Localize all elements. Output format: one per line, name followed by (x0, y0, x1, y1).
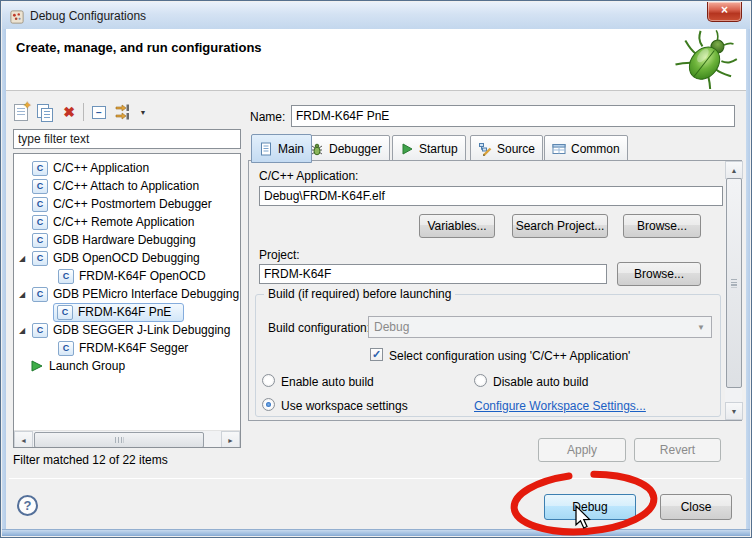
dialog-header-title: Create, manage, and run configurations (16, 40, 262, 55)
use-workspace-settings-label: Use workspace settings (281, 399, 408, 413)
window-frame-right (746, 29, 750, 529)
startup-tab-icon (400, 142, 414, 156)
filter-configurations-button[interactable] (113, 103, 133, 121)
title-bar[interactable]: Debug Configurations (2, 2, 750, 30)
application-label: C/C++ Application: (259, 169, 358, 183)
launch-group-icon (30, 359, 44, 373)
tree-item-selected[interactable]: C FRDM-K64F PnE (14, 303, 240, 321)
scroll-left-button[interactable]: ◄ (14, 431, 33, 448)
main-tab-icon (259, 142, 273, 156)
delete-icon: ✖ (63, 105, 75, 119)
name-label: Name: (250, 110, 285, 124)
expanded-twistie-icon[interactable]: ◢ (17, 326, 32, 335)
tab-source[interactable]: Source (470, 135, 543, 163)
enable-auto-build-radio[interactable] (262, 374, 275, 387)
scrollbar-thumb[interactable] (726, 178, 742, 388)
c-config-icon: C (32, 215, 48, 230)
tree-filter-input[interactable] (13, 129, 241, 149)
build-group-title: Build (if required) before launching (264, 287, 455, 301)
browse-project-button[interactable]: Browse... (617, 262, 701, 286)
tree-item[interactable]: C C/C++ Application (14, 159, 240, 177)
tree-item[interactable]: C GDB Hardware Debugging (14, 231, 240, 249)
filter-icon (114, 103, 132, 121)
configure-workspace-settings-link[interactable]: Configure Workspace Settings... (474, 399, 646, 413)
search-project-button[interactable]: Search Project... (512, 214, 608, 238)
variables-button[interactable]: Variables... (419, 214, 495, 238)
tab-debugger[interactable]: Debugger (302, 135, 390, 163)
filter-status-text: Filter matched 12 of 22 items (13, 453, 168, 467)
tab-common[interactable]: Common (544, 135, 628, 163)
name-input[interactable] (291, 105, 735, 127)
collapse-all-button[interactable]: − (89, 103, 109, 121)
window-frame-bottom (2, 529, 750, 536)
debug-button[interactable]: Debug (544, 494, 636, 520)
selection-highlight: C FRDM-K64F PnE (53, 303, 184, 322)
toolbar-menu-dropdown[interactable]: ▼ (136, 103, 150, 121)
configurations-tree[interactable]: C C/C++ Application C C/C++ Attach to Ap… (13, 153, 241, 448)
tree-item[interactable]: C FRDM-K64F OpenOCD (14, 267, 240, 285)
source-tab-icon (478, 142, 492, 156)
tree-item[interactable]: C FRDM-K64F Segger (14, 339, 240, 357)
enable-auto-build-label: Enable auto build (281, 375, 374, 389)
apply-button[interactable]: Apply (538, 438, 626, 462)
tree-item[interactable]: C C/C++ Attach to Application (14, 177, 240, 195)
tree-item[interactable]: ◢ C GDB OpenOCD Debugging (14, 249, 240, 267)
disable-auto-build-radio[interactable] (474, 374, 487, 387)
scrollbar-thumb[interactable] (34, 432, 204, 448)
common-tab-icon (552, 142, 566, 156)
project-input[interactable] (259, 264, 607, 284)
close-window-button[interactable]: × (707, 2, 742, 22)
tree-item[interactable]: Launch Group (14, 357, 240, 375)
c-config-icon: C (58, 341, 74, 356)
scroll-right-button[interactable]: ► (221, 431, 240, 448)
window-frame-left (2, 29, 6, 529)
tree-item[interactable]: C C/C++ Remote Application (14, 213, 240, 231)
button-bar-separator (9, 478, 743, 479)
c-config-icon: C (58, 269, 74, 284)
c-config-icon: C (32, 287, 48, 302)
tab-main[interactable]: Main (251, 134, 312, 163)
chevron-down-icon: ▼ (140, 109, 147, 116)
scroll-down-button[interactable]: ▼ (725, 402, 743, 420)
c-config-icon: C (32, 323, 48, 338)
dialog-header: Create, manage, and run configurations (6, 29, 746, 91)
revert-button[interactable]: Revert (634, 438, 721, 462)
window-title: Debug Configurations (30, 9, 146, 23)
content-vertical-scrollbar[interactable]: ▲ ▼ (725, 161, 742, 420)
select-configuration-checkbox[interactable]: ✓ (370, 348, 383, 361)
build-group: Build (if required) before launching Bui… (255, 294, 721, 417)
c-config-icon: C (32, 251, 48, 266)
c-config-icon: C (57, 305, 73, 320)
expanded-twistie-icon[interactable]: ◢ (17, 254, 32, 263)
disable-auto-build-label: Disable auto build (493, 375, 588, 389)
use-workspace-settings-radio[interactable] (262, 398, 275, 411)
beetle-icon (674, 30, 740, 89)
duplicate-icon (35, 103, 53, 121)
tree-horizontal-scrollbar[interactable]: ◄ ► (14, 430, 240, 447)
project-label: Project: (259, 248, 300, 262)
close-button[interactable]: Close (660, 494, 732, 520)
tree-item[interactable]: C C/C++ Postmortem Debugger (14, 195, 240, 213)
delete-configuration-button[interactable]: ✖ (59, 103, 79, 121)
tree-item[interactable]: ◢ C GDB PEMicro Interface Debugging (14, 285, 240, 303)
combo-arrow-icon: ▼ (697, 323, 705, 332)
build-configuration-label: Build configuration: (268, 321, 370, 335)
duplicate-configuration-button[interactable] (34, 103, 54, 121)
new-configuration-button[interactable]: ✦ (11, 103, 31, 121)
debugger-tab-icon (310, 142, 324, 156)
tree-item[interactable]: ◢ C GDB SEGGER J-Link Debugging (14, 321, 240, 339)
toolbar-separator (83, 103, 84, 121)
collapse-all-icon: − (92, 106, 106, 119)
window-icon (10, 9, 24, 23)
tab-startup[interactable]: Startup (392, 135, 466, 163)
debug-configurations-dialog: Debug Configurations × Create, manage, a… (0, 0, 752, 538)
help-button[interactable]: ? (17, 495, 38, 516)
browse-application-button[interactable]: Browse... (623, 214, 701, 238)
select-configuration-checkbox-label: Select configuration using 'C/C++ Applic… (389, 349, 630, 363)
window: Debug Configurations × Create, manage, a… (0, 0, 752, 538)
expanded-twistie-icon[interactable]: ◢ (17, 290, 32, 299)
application-input[interactable] (259, 186, 723, 206)
build-configuration-combo[interactable]: Debug ▼ (368, 316, 712, 338)
c-config-icon: C (32, 197, 48, 212)
scroll-up-button[interactable]: ▲ (725, 161, 743, 179)
